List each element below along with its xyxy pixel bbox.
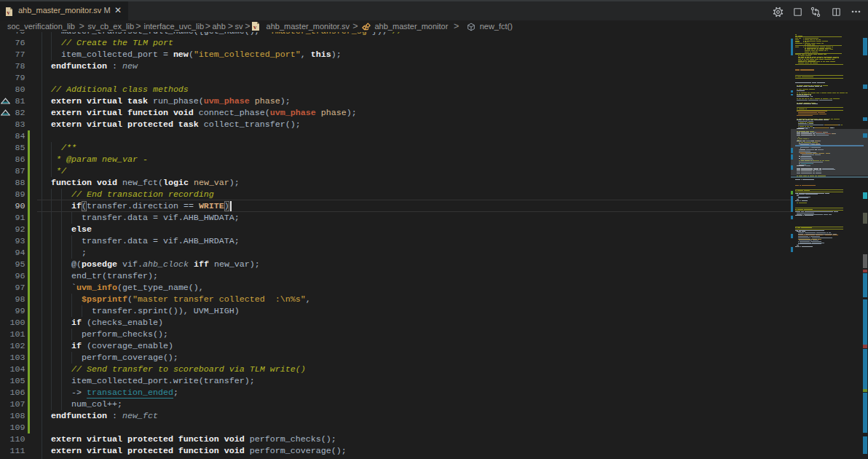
svg-text:v: v <box>253 23 257 31</box>
svg-text:v: v <box>7 9 10 16</box>
